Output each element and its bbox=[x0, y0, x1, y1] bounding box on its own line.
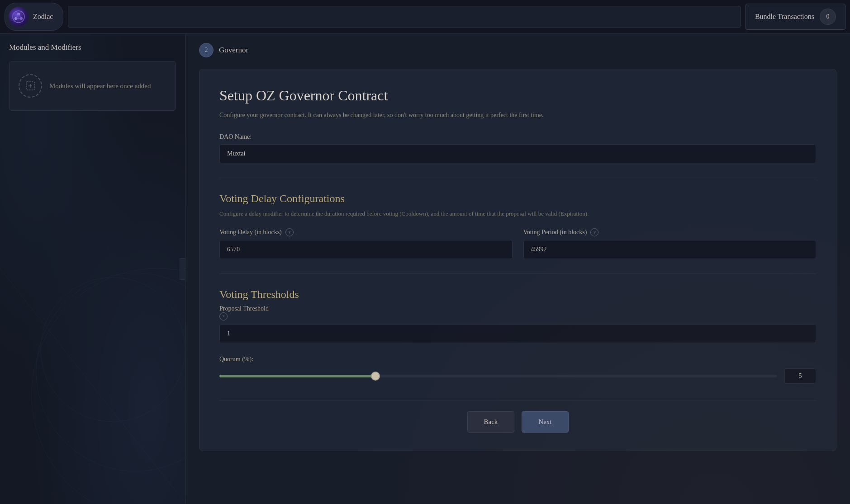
modules-placeholder-text: Modules will appear here once added bbox=[49, 81, 151, 91]
form-main-title: Setup OZ Governor Contract bbox=[219, 87, 816, 104]
sidebar: Modules and Modifiers Modules will appea… bbox=[0, 34, 185, 504]
voting-period-input[interactable] bbox=[523, 240, 817, 259]
modules-placeholder: Modules will appear here once added bbox=[9, 61, 176, 111]
dao-name-label: DAO Name: bbox=[219, 133, 816, 141]
dao-name-input[interactable] bbox=[219, 144, 816, 163]
bundle-count-badge: 0 bbox=[820, 9, 836, 25]
voting-period-field: Voting Period (in blocks) ? bbox=[523, 228, 817, 259]
logo-avatar bbox=[9, 7, 28, 27]
form-footer: Back Next bbox=[219, 400, 816, 433]
voting-delay-field: Voting Delay (in blocks) ? bbox=[219, 228, 513, 259]
voting-delay-row: Voting Delay (in blocks) ? Voting Period… bbox=[219, 228, 816, 259]
form-description: Configure your governor contract. It can… bbox=[219, 110, 816, 120]
quorum-slider-container[interactable] bbox=[219, 372, 777, 381]
content-inner: 2 Governor Setup OZ Governor Contract Co… bbox=[185, 34, 850, 469]
next-button[interactable]: Next bbox=[522, 411, 568, 433]
form-card: Setup OZ Governor Contract Configure you… bbox=[199, 69, 836, 451]
proposal-threshold-input[interactable] bbox=[219, 324, 816, 343]
voting-period-label-row: Voting Period (in blocks) ? bbox=[523, 228, 817, 236]
bundle-transactions-button[interactable]: Bundle Transactions 0 bbox=[746, 4, 845, 30]
section-divider-1 bbox=[219, 178, 816, 178]
voting-period-help-icon[interactable]: ? bbox=[590, 228, 598, 236]
content-area: 2 Governor Setup OZ Governor Contract Co… bbox=[185, 34, 850, 504]
svg-line-11 bbox=[90, 214, 185, 395]
app-header: Zodiac Bundle Transactions 0 bbox=[0, 0, 850, 34]
quorum-value-input[interactable] bbox=[784, 368, 816, 384]
proposal-threshold-label: Proposal Threshold bbox=[219, 305, 816, 312]
placeholder-icon bbox=[19, 74, 42, 98]
main-layout: Modules and Modifiers Modules will appea… bbox=[0, 34, 850, 504]
sidebar-collapse-button[interactable]: » bbox=[180, 258, 185, 280]
quorum-slider-track bbox=[219, 375, 777, 377]
voting-delay-help-icon[interactable]: ? bbox=[285, 228, 294, 236]
step-header: 2 Governor bbox=[199, 43, 836, 57]
svg-point-9 bbox=[41, 278, 185, 422]
quorum-slider-fill bbox=[219, 375, 375, 377]
proposal-threshold-group: Proposal Threshold ? bbox=[219, 305, 816, 343]
dao-name-field-group: DAO Name: bbox=[219, 133, 816, 163]
svg-point-8 bbox=[36, 273, 185, 471]
logo-label: Zodiac bbox=[33, 13, 53, 21]
sidebar-title: Modules and Modifiers bbox=[9, 43, 176, 52]
header-search-bar[interactable] bbox=[68, 6, 741, 28]
voting-delay-label-row: Voting Delay (in blocks) ? bbox=[219, 228, 513, 236]
svg-line-4 bbox=[19, 14, 21, 19]
voting-period-label: Voting Period (in blocks) bbox=[523, 229, 587, 236]
voting-delay-section-title: Voting Delay Configurations bbox=[219, 193, 816, 205]
svg-line-5 bbox=[16, 14, 19, 19]
svg-line-10 bbox=[0, 268, 185, 503]
voting-delay-label: Voting Delay (in blocks) bbox=[219, 229, 282, 236]
step-number: 2 bbox=[199, 43, 214, 57]
quorum-slider-thumb[interactable] bbox=[371, 372, 380, 381]
step-label: Governor bbox=[219, 46, 248, 55]
proposal-threshold-help-icon[interactable]: ? bbox=[219, 312, 228, 320]
bundle-label: Bundle Transactions bbox=[755, 13, 814, 21]
quorum-field-group: Quorum (%): bbox=[219, 356, 816, 384]
voting-delay-section-desc: Configure a delay modifier to determine … bbox=[219, 209, 816, 218]
quorum-label: Quorum (%): bbox=[219, 356, 816, 363]
voting-delay-input[interactable] bbox=[219, 240, 513, 259]
back-button[interactable]: Back bbox=[467, 411, 515, 433]
logo-button[interactable]: Zodiac bbox=[5, 3, 63, 31]
proposal-threshold-label-row: Proposal Threshold ? bbox=[219, 305, 816, 320]
svg-point-7 bbox=[32, 268, 185, 503]
svg-point-0 bbox=[13, 11, 24, 23]
section-divider-2 bbox=[219, 273, 816, 274]
voting-thresholds-title: Voting Thresholds bbox=[219, 288, 816, 301]
quorum-slider-row bbox=[219, 368, 816, 384]
